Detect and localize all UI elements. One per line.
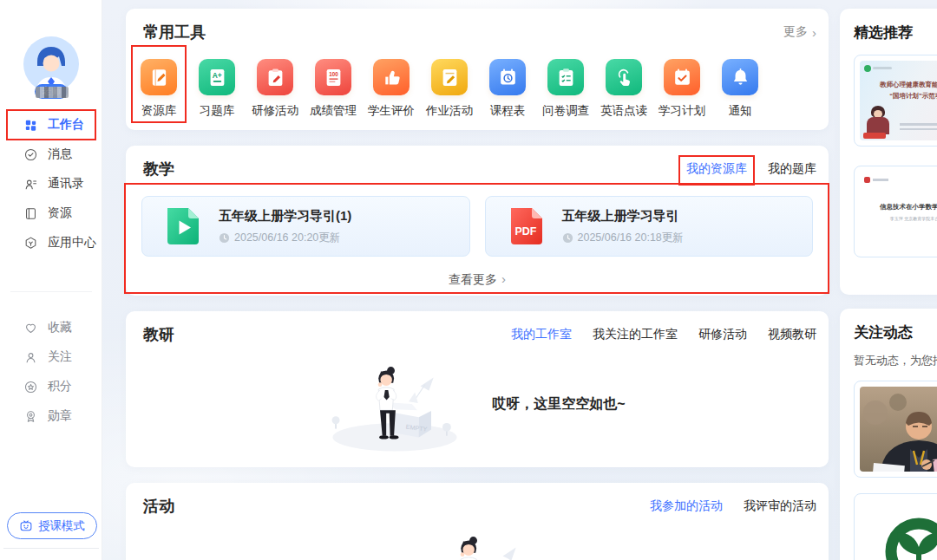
calendar-clock-icon [496,66,520,89]
user-avatar[interactable]: 老师 [23,36,79,92]
star-circle-icon [23,380,38,394]
conference-photo [860,387,937,472]
slide-logo-icon [864,177,870,183]
tool-resource-library[interactable]: 资源库 [133,59,185,119]
tools-more-link[interactable]: 更多› [783,24,816,40]
heart-icon [23,321,38,335]
score-100-icon: 100 [322,66,345,89]
tab-my-reviewed-activities[interactable]: 我评审的活动 [744,498,816,514]
teaching-mode-button[interactable]: 授课模式 [7,512,97,539]
view-more-link[interactable]: 查看更多› [126,271,829,288]
tool-training-activity[interactable]: 研修活动 [249,59,301,119]
book-pencil-icon [147,66,171,89]
recommend-slide-psych: 教师心理健康教育能力提升 “国培计划”示范项目 [860,61,937,140]
right-sidebar: 精选推荐 教师心理健康教育能力提升 “国培计划”示范项目 [840,0,937,560]
check-circle-icon [23,147,38,162]
research-empty-state: EMPTY 哎呀，这里空空如也~ [126,353,829,455]
svg-text:100: 100 [329,70,338,76]
tab-video-research[interactable]: 视频教研 [768,327,816,342]
sidebar-item-resources[interactable]: 资源 [0,199,102,228]
tool-notification[interactable]: 通知 [714,59,766,119]
research-card: 教研 我的工作室 我关注的工作室 研修活动 视频教研 EMPTY [126,311,829,467]
green-sprout-logo [860,499,937,560]
grid-icon [23,118,38,133]
follow-feed-card: 关注动态 暂无动态，为您推荐 [840,309,937,560]
resource-item-pdf[interactable]: PDF 五年级上册学习导引 2025/06/16 20:18更新 [485,196,814,257]
activity-empty-state [126,523,829,560]
sidebar-bottom-divider [3,548,99,549]
hand-tap-icon [613,66,636,89]
sidebar-item-app-center[interactable]: 应用中心 [0,228,102,257]
tool-survey[interactable]: 问卷调查 [540,59,592,119]
tab-my-resource-library[interactable]: 我的资源库 [686,161,747,177]
tab-followed-studios[interactable]: 我关注的工作室 [593,327,678,342]
pdf-file-icon: PDF [505,205,548,248]
primary-nav: 工作台 消息 通讯录 资源 应用中心 [0,110,102,257]
tab-my-joined-activities[interactable]: 我参加的活动 [650,498,723,514]
user-name-redacted [36,87,69,98]
video-file-icon [161,205,205,248]
sidebar-item-messages[interactable]: 消息 [0,140,102,169]
empty-state-illustration [411,523,543,560]
resource-updated: 2025/06/16 20:20更新 [219,231,351,245]
empty-state-text: 哎呀，这里空空如也~ [492,395,625,413]
sidebar-item-label: 积分 [48,379,72,394]
tool-timetable[interactable]: 课程表 [482,59,534,119]
sidebar-item-medals[interactable]: 勋章 [0,401,102,431]
activity-title: 活动 [143,495,174,518]
sidebar-item-label: 勋章 [48,408,72,424]
teaching-card: 教学 我的资源库 我的题库 五年级上册学习导引(1) [126,146,829,296]
tab-my-studio[interactable]: 我的工作室 [511,327,572,342]
recommend-title: 精选推荐 [854,23,937,42]
medal-icon [23,409,38,424]
recommend-card: 精选推荐 教师心理健康教育能力提升 “国培计划”示范项目 [840,9,937,295]
recommend-item-1[interactable]: 教师心理健康教育能力提升 “国培计划”示范项目 [854,55,937,147]
clock-icon [219,232,230,244]
tool-student-evaluation[interactable]: 学生评价 [365,59,417,119]
sidebar-item-label: 收藏 [48,320,72,335]
sidebar-item-label: 工作台 [48,117,84,133]
svg-text:PDF: PDF [514,225,536,238]
tools-row: 资源库 A+ 习题库 研修活动 [133,59,829,119]
tool-study-plan[interactable]: 学习计划 [656,59,708,119]
resource-title: 五年级上册学习导引(1) [219,208,351,225]
person-icon [23,350,38,365]
sidebar-item-label: 资源 [48,205,72,221]
follow-item-logo[interactable] [854,493,937,560]
thumbs-up-icon [380,66,403,89]
sidebar-item-contacts[interactable]: 通讯录 [0,169,102,199]
tool-english-reading[interactable]: 英语点读 [598,59,650,119]
doc-pen-icon [438,66,462,89]
clipboard-checklist-icon [554,66,578,89]
tool-grade-management[interactable]: 100 成绩管理 [307,59,359,119]
sidebar-item-favorites[interactable]: 收藏 [0,313,102,342]
sidebar-item-workbench[interactable]: 工作台 [0,110,102,140]
recommend-item-2[interactable]: 信息技术在小学数学教学中 李玉萍 北京教育学院丰台分院 [854,166,937,257]
tool-homework-activity[interactable]: 作业活动 [423,59,475,119]
follow-empty-text: 暂无动态，为您推荐 [854,353,937,368]
sidebar-item-points[interactable]: 积分 [0,372,102,401]
empty-state-illustration: EMPTY [329,353,461,455]
tool-exercise-bank[interactable]: A+ 习题库 [191,59,243,119]
sidebar-item-label: 关注 [48,349,72,365]
calendar-check-icon [671,66,694,89]
resource-title: 五年级上册学习导引 [562,208,684,225]
app-center-icon [23,236,38,251]
follow-item-photo[interactable] [854,381,937,478]
sidebar-item-following[interactable]: 关注 [0,342,102,372]
teaching-mode-label: 授课模式 [38,518,85,534]
tab-my-question-bank[interactable]: 我的题库 [768,161,816,177]
teaching-mode-icon [19,519,33,533]
chevron-right-icon: › [501,271,506,286]
common-tools-title: 常用工具 [143,21,206,43]
research-title: 教研 [143,323,174,346]
sidebar-divider [10,291,92,292]
teaching-title: 教学 [143,158,174,180]
bell-icon [729,66,752,89]
slide-logo-icon [864,65,871,72]
tab-training-activities[interactable]: 研修活动 [698,327,747,342]
resource-updated: 2025/06/16 20:18更新 [562,231,684,245]
resource-item-video[interactable]: 五年级上册学习导引(1) 2025/06/16 20:20更新 [141,196,470,257]
sidebar-item-label: 通讯录 [48,176,84,192]
follow-feed-title: 关注动态 [854,322,937,342]
